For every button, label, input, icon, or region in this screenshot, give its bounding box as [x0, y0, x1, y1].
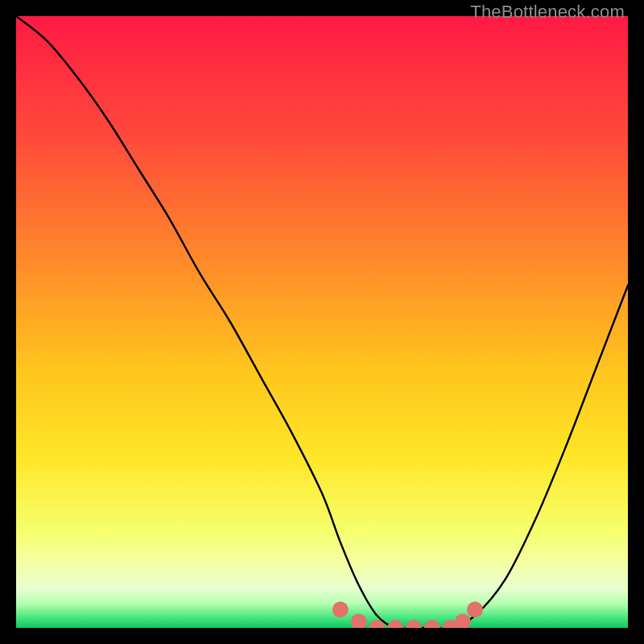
marker-dot: [467, 601, 483, 617]
watermark-text: TheBottleneck.com: [470, 2, 625, 23]
gradient-background: [16, 16, 628, 628]
bottleneck-chart: [16, 16, 628, 628]
marker-dot: [332, 601, 349, 617]
chart-frame: [16, 16, 628, 628]
